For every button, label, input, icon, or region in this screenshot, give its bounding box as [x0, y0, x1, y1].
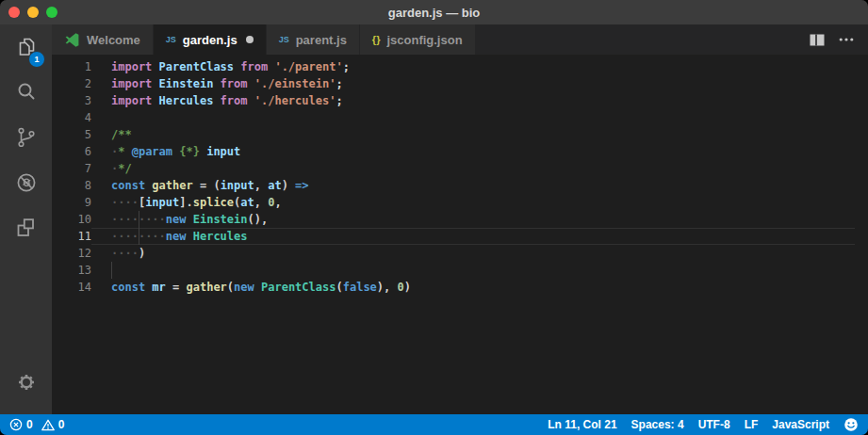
activity-badge: 1 [28, 51, 45, 68]
code-text: ·*/ [91, 160, 855, 177]
js-file-icon: JS [279, 35, 289, 44]
explorer-icon[interactable]: 1 [0, 24, 52, 70]
minimize-window-button[interactable] [27, 7, 39, 18]
tab-label: Welcome [87, 33, 140, 47]
status-bar-right: Ln 11, Col 21Spaces: 4UTF-8LFJavaScript [548, 417, 859, 432]
line-number: 10 [52, 211, 91, 228]
error-icon [9, 418, 23, 431]
activity-bar: 1 [0, 24, 52, 414]
line-number: 6 [52, 143, 91, 160]
status-encoding[interactable]: UTF-8 [698, 418, 730, 431]
status-errors[interactable]: 0 [9, 418, 33, 431]
line-number: 8 [52, 177, 91, 194]
code-line[interactable]: 11········new Hercules [52, 228, 868, 245]
split-editor-icon[interactable] [810, 34, 825, 46]
code-text [91, 109, 855, 126]
status-eol[interactable]: LF [745, 418, 759, 431]
code-text: ·* @param {*} input [91, 143, 855, 160]
window-title: garden.js — bio [0, 6, 868, 20]
code-text: ····[input].splice(at, 0, [91, 194, 855, 211]
js-file-icon: JS [166, 35, 176, 44]
search-icon[interactable] [0, 70, 52, 115]
line-number: 11 [52, 228, 91, 245]
editor-column: WelcomeJSgarden.jsJSparent.js{}jsconfig.… [52, 24, 868, 414]
tab-label: garden.js [183, 33, 237, 47]
line-number: 5 [52, 126, 91, 143]
tab-welcome[interactable]: Welcome [52, 24, 154, 55]
status-warnings-count: 0 [58, 418, 65, 431]
code-text: ········new Einstein(), [91, 211, 855, 228]
more-actions-icon[interactable] [839, 38, 854, 41]
json-file-icon: {} [372, 34, 381, 45]
code-editor[interactable]: 1import ParentClass from './parent';2imp… [52, 55, 868, 414]
line-number: 12 [52, 245, 91, 262]
source-control-icon[interactable] [0, 115, 52, 160]
line-number: 4 [52, 109, 91, 126]
code-line[interactable]: 14const mr = gather(new ParentClass(fals… [52, 279, 868, 296]
status-warnings[interactable]: 0 [41, 418, 65, 431]
status-errors-count: 0 [26, 418, 33, 431]
vscode-logo-icon [64, 32, 80, 48]
line-number: 3 [52, 92, 91, 109]
line-number: 2 [52, 75, 91, 92]
status-cursor-position[interactable]: Ln 11, Col 21 [548, 418, 616, 431]
code-text: const mr = gather(new ParentClass(false)… [91, 279, 855, 296]
code-line[interactable]: 3import Hercules from './hercules'; [52, 92, 868, 109]
code-line[interactable]: 7·*/ [52, 160, 868, 177]
tab-label: jsconfig.json [386, 33, 462, 47]
code-line[interactable]: 6·* @param {*} input [52, 143, 868, 160]
code-line[interactable]: 1import ParentClass from './parent'; [52, 58, 868, 75]
extensions-icon[interactable] [0, 205, 52, 250]
tab-bar: WelcomeJSgarden.jsJSparent.js{}jsconfig.… [52, 24, 868, 55]
code-line[interactable]: 9····[input].splice(at, 0, [52, 194, 868, 211]
vscode-window: garden.js — bio 1 WelcomeJSgarden.jsJSpa… [0, 0, 868, 435]
modified-dot-icon[interactable] [246, 36, 254, 43]
line-number: 1 [52, 58, 91, 75]
indent-guide [111, 262, 112, 279]
status-bar: 00 Ln 11, Col 21Spaces: 4UTF-8LFJavaScri… [0, 414, 868, 435]
editor-actions [810, 24, 868, 55]
line-number: 14 [52, 279, 91, 296]
line-number: 9 [52, 194, 91, 211]
code-line[interactable]: 5/** [52, 126, 868, 143]
warning-icon [41, 419, 55, 431]
tab-label: parent.js [296, 33, 347, 47]
line-number: 7 [52, 160, 91, 177]
feedback-smiley-icon[interactable] [843, 417, 859, 432]
tab-garden-js[interactable]: JSgarden.js [154, 24, 267, 55]
status-language-mode[interactable]: JavaScript [772, 418, 829, 431]
code-text: import ParentClass from './parent'; [91, 58, 855, 75]
code-line[interactable]: 13 [52, 262, 868, 279]
code-text [91, 262, 855, 279]
code-line[interactable]: 2import Einstein from './einstein'; [52, 75, 868, 92]
code-line[interactable]: 12····) [52, 245, 868, 262]
title-bar: garden.js — bio [0, 0, 868, 24]
code-text: import Einstein from './einstein'; [91, 75, 855, 92]
tab-parent-js[interactable]: JSparent.js [267, 24, 360, 55]
status-indentation[interactable]: Spaces: 4 [631, 418, 684, 431]
code-text: ········new Hercules [91, 228, 855, 245]
main-area: 1 WelcomeJSgarden.jsJSparent.js{}jsconfi… [0, 24, 868, 414]
status-bar-left: 00 [9, 418, 64, 431]
debug-icon[interactable] [0, 160, 52, 205]
code-line[interactable]: 10········new Einstein(), [52, 211, 868, 228]
code-text: ····) [91, 245, 855, 262]
traffic-lights [0, 7, 57, 18]
code-text: import Hercules from './hercules'; [91, 92, 855, 109]
settings-gear-icon[interactable] [0, 360, 52, 405]
code-text: const gather = (input, at) => [91, 177, 855, 194]
tab-jsconfig-json[interactable]: {}jsconfig.json [360, 24, 476, 55]
line-number: 13 [52, 262, 91, 279]
code-text: /** [91, 126, 855, 143]
close-window-button[interactable] [8, 7, 20, 18]
zoom-window-button[interactable] [46, 7, 57, 18]
code-line[interactable]: 8const gather = (input, at) => [52, 177, 868, 194]
code-line[interactable]: 4 [52, 109, 868, 126]
